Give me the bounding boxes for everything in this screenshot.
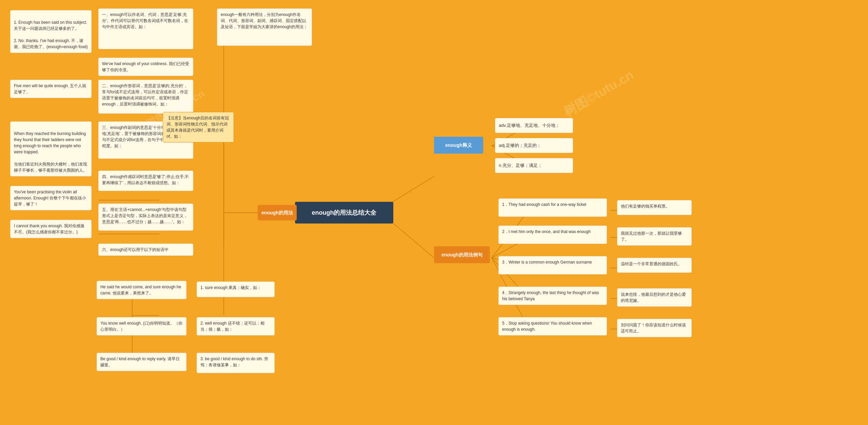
phrase-box-1-label: 1. sure enough 果真；确实，如：	[197, 282, 275, 297]
example-3-en: 3．Winter is a common enough German surna…	[498, 256, 607, 274]
enough-overview: enough一般有六种用法，分别为enough作名词、代词、形容词、副词、感叹词…	[217, 8, 312, 46]
mid-box-note: 【注意】当enough后的名词前有冠词、形容词性物主代词、指示代词或其本身就是代…	[163, 112, 234, 142]
meaning-adj: adj.足够的；充足的；	[495, 138, 573, 153]
mid-box-5: 四、enough作感叹词时意思是'够了;停止;住手;不要再继续了'，用以表达不耐…	[98, 171, 193, 191]
left-box-5: I cannot thank you enough. 我对你感激不尽。(我怎么感…	[10, 220, 92, 238]
mid-box-2: We've had enough of your coldness. 我们已经受…	[98, 58, 193, 76]
phrase-box-3-label: 3. be good / kind enough to do sth. 劳驾；务…	[197, 353, 275, 373]
example-3-zh: 温特是一个非常普通的德国姓氏。	[617, 258, 692, 273]
phrase-box-1-example: He said he would come, and sure enough h…	[97, 281, 186, 299]
phrase-box-3-example: Be good / kind enough to reply early. 请早…	[97, 353, 186, 371]
example-1-zh: 他们有足够的钱买单程票。	[617, 200, 692, 215]
mid-box-7: 六、enough还可以用于以下的短语中	[98, 244, 193, 256]
svg-line-2	[390, 220, 434, 258]
example-5-zh: 别问问题了！你应该知道什么时候该适可而止。	[617, 319, 692, 337]
phrase-box-2-label: 2. well enough 还不错；还可以；相当；很；极，如：	[197, 317, 275, 335]
left-box-3: When they reached the burning building t…	[10, 121, 92, 176]
left-box-1: 1. Enough has been said on this subject.…	[10, 10, 92, 53]
example-1-en: 1．They had enough cash for a one-way tic…	[498, 198, 607, 217]
mid-box-3: 二、enough作形容词，意思是'足够的;充分的'，常与for或不定式连用，可以…	[98, 80, 193, 114]
mid-box-1: 一、enough可以作名词、代词，意思是'足够;充分'。作代词可以替代可数名词或…	[98, 8, 193, 49]
example-2-en: 2．I met him only the once, and that was …	[498, 226, 607, 244]
watermark-right: 树图©tutu.cn	[560, 66, 637, 120]
svg-line-1	[390, 176, 434, 204]
left-box-2: Five men will be quite enough. 五个人就足够了。	[10, 80, 92, 98]
right-branch-enough-meaning: enough释义	[434, 137, 483, 154]
phrase-box-2-example: You know well enough. (口)你明明知道。（你心里明白。）	[97, 317, 186, 335]
left-branch-label: enough的用法	[258, 205, 297, 220]
example-4-zh: 说来也怪，他最后想到的才是他心爱的塔尼娅。	[617, 288, 692, 307]
meaning-adv: adv.足够地、充足地、十分地；	[495, 118, 573, 133]
example-5-en: 5．Stop asking questions! You should know…	[498, 317, 607, 335]
example-2-zh: 我就见过他那一次，那就让我受够了。	[617, 227, 692, 246]
right-branch-example-sentences: enough的用法例句	[434, 246, 490, 263]
left-box-4: You've been practising the violin all af…	[10, 186, 92, 210]
meaning-n: n.充分、足够；满足；	[495, 158, 573, 173]
mid-box-6: 五、用在'主语+cannot...+enough'句型中该句型形式上是否定句型，…	[98, 204, 193, 231]
example-4-en: 4．Strangely enough, the last thing he th…	[498, 287, 607, 305]
center-title: enough的用法总结大全	[295, 202, 393, 224]
